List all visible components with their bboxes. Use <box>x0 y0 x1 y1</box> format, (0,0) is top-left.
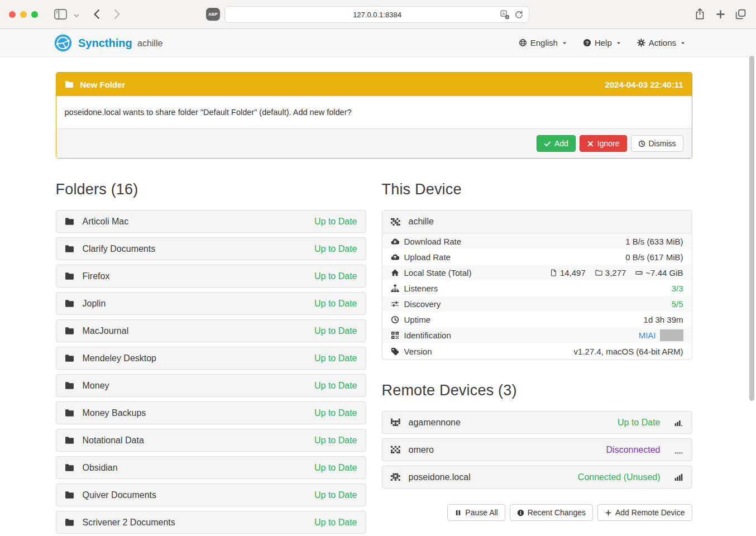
share-button[interactable] <box>694 8 706 20</box>
folder-row[interactable]: Firefox Up to Date <box>56 265 366 288</box>
stat-icon <box>391 253 399 261</box>
remote-devices-list: agamennone Up to Date omero Disconnected… <box>382 411 692 489</box>
language-menu[interactable]: English <box>519 38 567 47</box>
hdd-icon <box>635 269 643 276</box>
device-stat-row: Listeners 3/3 <box>382 280 692 296</box>
new-folder-notification: New Folder 2024-04-03 22:40:11 poseidone… <box>56 72 692 159</box>
window-controls <box>9 11 38 18</box>
add-button[interactable]: Add <box>537 135 576 152</box>
back-button[interactable] <box>91 8 103 20</box>
tab-overview-button[interactable] <box>735 8 747 20</box>
folder-row[interactable]: Notational Data Up to Date <box>56 429 366 452</box>
gear-icon <box>637 39 645 47</box>
stat-value: MIAI <box>639 329 683 341</box>
device-identicon <box>391 445 400 454</box>
window-zoom-button[interactable] <box>31 11 38 18</box>
folder-name: Money <box>83 381 109 391</box>
stat-value: 0 B/s (617 MiB) <box>625 252 683 262</box>
folder-row[interactable]: Quiver Documents Up to Date <box>56 484 366 506</box>
device-stat-row: Version v1.27.4, macOS (64-bit ARM) <box>382 343 692 359</box>
folder-row[interactable]: Articoli Mac Up to Date <box>56 210 366 233</box>
help-menu-label: Help <box>595 38 612 47</box>
pause-all-button[interactable]: Pause All <box>447 504 505 521</box>
folder-row[interactable]: Money Up to Date <box>56 374 366 397</box>
remote-device-row[interactable]: agamennone Up to Date <box>382 411 692 434</box>
caret-down-icon <box>562 40 567 46</box>
actions-menu-label: Actions <box>649 38 676 47</box>
sidebar-chevron-icon[interactable] <box>73 12 80 19</box>
notification-message: poseidone.local wants to share folder "D… <box>56 96 692 128</box>
notification-footer: Add Ignore Dismiss <box>56 128 692 158</box>
page-scrollbar[interactable] <box>749 56 754 401</box>
window-close-button[interactable] <box>9 11 16 18</box>
adblock-extension-badge[interactable]: ABP <box>206 8 220 21</box>
device-status: Disconnected <box>606 445 661 455</box>
new-tab-button[interactable] <box>715 9 726 20</box>
question-icon: ? <box>583 39 591 47</box>
address-bar[interactable]: 127.0.0.1:8384 Aa <box>224 6 529 23</box>
folder-icon <box>65 436 74 445</box>
x-icon <box>587 140 594 147</box>
stat-value-part: 3,277 <box>595 268 626 277</box>
sidebar-toggle-button[interactable] <box>54 9 67 20</box>
browser-toolbar: ABP 127.0.0.1:8384 Aa <box>0 0 756 29</box>
stat-label: Upload Rate <box>404 252 451 262</box>
device-status: Connected (Unused) <box>578 472 661 482</box>
folder-row[interactable]: Joplin Up to Date <box>56 292 366 315</box>
help-menu[interactable]: ? Help <box>583 38 621 47</box>
this-device-panel: achille Download Rate 1 B/s (633 MiB) Up… <box>382 210 692 360</box>
folder-row[interactable]: Obsidian Up to Date <box>56 456 366 479</box>
device-stat-row: Upload Rate 0 B/s (617 MiB) <box>382 249 692 265</box>
folder-row[interactable]: Scrivener 2 Documents Up to Date <box>56 511 366 534</box>
stat-value: v1.27.4, macOS (64-bit ARM) <box>574 347 683 356</box>
folder-name: Notational Data <box>83 436 144 446</box>
caret-down-icon <box>616 40 621 46</box>
folder-row[interactable]: Money Backups Up to Date <box>56 401 366 424</box>
folder-icon <box>65 408 74 418</box>
folders-list: Articoli Mac Up to Date Clarify Document… <box>56 210 366 534</box>
stat-label: Discovery <box>404 299 441 309</box>
recent-changes-button[interactable]: Recent Changes <box>510 504 593 521</box>
device-identicon <box>391 217 400 227</box>
forward-button[interactable] <box>111 8 123 20</box>
info-icon <box>517 509 524 516</box>
notification-timestamp: 2024-04-03 22:40:11 <box>605 80 683 89</box>
folder-row[interactable]: MacJournal Up to Date <box>56 319 366 342</box>
folder-status: Up to Date <box>314 244 357 254</box>
dismiss-button[interactable]: Dismiss <box>631 135 683 152</box>
device-id-link[interactable]: MIAI <box>639 331 656 340</box>
folder-status: Up to Date <box>314 217 357 227</box>
folder-row[interactable]: Mendeley Desktop Up to Date <box>56 347 366 370</box>
folder-name: Clarify Documents <box>83 244 156 254</box>
remote-device-row[interactable]: poseidone.local Connected (Unused) <box>382 466 692 489</box>
stat-icon <box>391 237 399 246</box>
folder-status: Up to Date <box>314 463 357 473</box>
device-stat-row: Local State (Total) 14,4973,277~7.44 GiB <box>382 265 692 280</box>
device-status: Up to Date <box>618 418 660 428</box>
clock-icon <box>638 140 645 147</box>
stat-value: 14,4973,277~7.44 GiB <box>543 268 683 277</box>
folder-name: MacJournal <box>83 326 129 336</box>
folder-row[interactable]: Clarify Documents Up to Date <box>56 237 366 260</box>
plus-icon <box>605 509 612 516</box>
stat-value: 5/5 <box>672 299 683 309</box>
window-minimize-button[interactable] <box>20 11 27 18</box>
actions-menu[interactable]: Actions <box>637 38 686 47</box>
svg-text:A: A <box>503 11 505 16</box>
folder-outline-icon <box>595 269 602 276</box>
reload-button[interactable] <box>514 10 524 20</box>
stat-value: 1d 3h 39m <box>644 315 683 324</box>
folder-icon <box>65 326 74 336</box>
navbar-device-name: achille <box>137 39 162 49</box>
ignore-button[interactable]: Ignore <box>580 135 627 152</box>
stat-icon <box>391 269 399 277</box>
folder-status: Up to Date <box>314 381 357 391</box>
svg-text:?: ? <box>586 40 589 46</box>
remote-device-row[interactable]: omero Disconnected <box>382 438 692 461</box>
translate-icon[interactable]: Aa <box>500 10 510 20</box>
folder-icon <box>65 80 74 89</box>
folder-name: Articoli Mac <box>83 217 129 227</box>
folder-icon <box>65 381 74 390</box>
add-remote-device-button[interactable]: Add Remote Device <box>597 504 692 521</box>
this-device-header[interactable]: achille <box>382 210 692 233</box>
